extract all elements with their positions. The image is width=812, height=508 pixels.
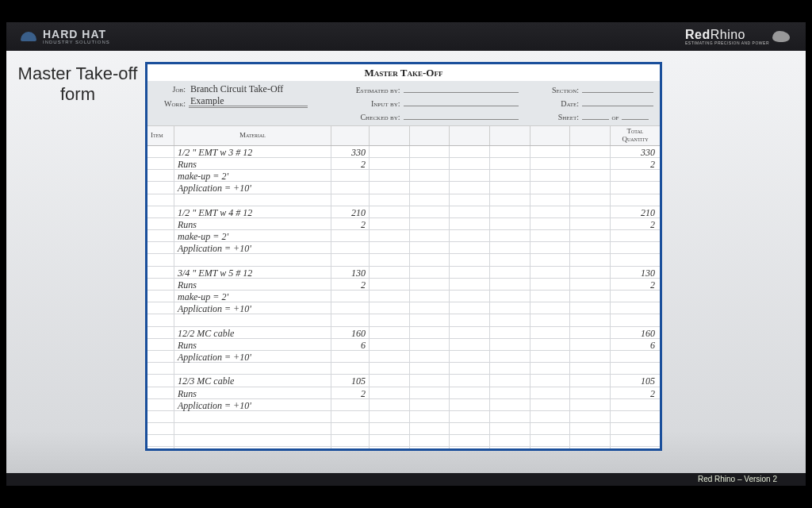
cell-material — [174, 411, 331, 422]
hardhat-logo: HARD HAT INDUSTRY SOLUTIONS — [19, 29, 110, 44]
cell-material: Application = +10' — [174, 182, 331, 193]
cell-mid — [370, 447, 611, 451]
cell-mid — [370, 267, 611, 278]
cell-mid — [370, 435, 611, 446]
table-row: Application = +10' — [147, 351, 660, 363]
cell-total — [611, 363, 660, 374]
col-material-header: Material — [174, 126, 331, 145]
table-row: 1/2 " EMT w 3 # 12330330 — [147, 146, 660, 158]
cell-mid — [370, 230, 611, 241]
section-value — [582, 83, 653, 93]
cell-material: 12/3 MC cable — [174, 375, 331, 386]
app-frame: HARD HAT INDUSTRY SOLUTIONS RedRhino EST… — [6, 22, 806, 486]
input-value — [404, 97, 519, 106]
redrhino-logo: RedRhino ESTIMATING PRECISION AND POWER — [685, 28, 793, 45]
header-bar: HARD HAT INDUSTRY SOLUTIONS RedRhino EST… — [6, 22, 806, 51]
cell-total — [611, 411, 660, 422]
cell-total — [611, 194, 660, 206]
table-row: 1/2 " EMT w 4 # 12210210 — [147, 206, 660, 218]
cell-total — [611, 423, 660, 434]
table-rows: 1/2 " EMT w 3 # 12330330Runs22make-up = … — [147, 146, 660, 451]
table-row — [147, 411, 660, 423]
cell-mid — [370, 423, 611, 434]
cell-total — [611, 291, 660, 302]
table-row: make-up = 2' — [147, 170, 660, 182]
cell-mid — [370, 351, 611, 362]
slide-body: Master Take-off form Master Take-Off Job… — [6, 51, 806, 473]
cell-item — [147, 230, 174, 241]
cell-qty: 2 — [331, 387, 370, 398]
cell-material: Runs — [174, 339, 331, 350]
cell-qty: 6 — [331, 339, 370, 350]
cell-material: make-up = 2' — [174, 170, 331, 181]
cell-item — [147, 182, 174, 193]
cell-qty — [331, 351, 370, 362]
cell-qty — [331, 363, 370, 374]
footer-bar: Red Rhino – Version 2 — [6, 473, 806, 486]
cell-qty: 210 — [331, 206, 370, 217]
cell-qty — [331, 230, 370, 241]
cell-item — [147, 351, 174, 362]
checked-label: Checked by: — [329, 113, 400, 121]
estimated-value — [404, 83, 519, 93]
cell-mid — [370, 291, 611, 302]
cell-qty — [331, 242, 370, 253]
cell-material: 12/2 MC cable — [174, 327, 331, 338]
cell-total — [611, 351, 660, 362]
rhino-icon — [772, 29, 793, 44]
table-row — [147, 314, 660, 326]
hardhat-icon — [19, 29, 38, 44]
col-total-header: Total Quantity — [611, 126, 660, 145]
table-row — [147, 447, 660, 451]
cell-qty — [331, 447, 370, 451]
sheet-value — [582, 110, 609, 120]
cell-material: Application = +10' — [174, 399, 331, 410]
cell-total — [611, 170, 660, 181]
meta-col-mid: Estimated by: Input by: Checked by: — [329, 83, 519, 121]
form-meta: Job: Branch Circuit Take-Off Example Wor… — [147, 81, 660, 125]
cell-item — [147, 206, 174, 217]
cell-mid — [370, 327, 611, 338]
takeoff-form: Master Take-Off Job: Branch Circuit Take… — [145, 62, 662, 451]
table-row: 12/2 MC cable160160 — [147, 327, 660, 339]
sheet-label: Sheet: — [539, 113, 579, 121]
table-row — [147, 194, 660, 206]
meta-col-right: Section: Date: Sheet: of — [539, 83, 653, 121]
hardhat-text-block: HARD HAT INDUSTRY SOLUTIONS — [43, 29, 110, 44]
cell-qty — [331, 411, 370, 422]
cell-mid — [370, 387, 611, 398]
table-row: make-up = 2' — [147, 291, 660, 302]
table-row — [147, 254, 660, 266]
cell-qty — [331, 399, 370, 410]
cell-qty: 105 — [331, 375, 370, 386]
cell-qty — [331, 194, 370, 206]
cell-qty: 330 — [331, 146, 370, 157]
job-label: Job: — [154, 85, 186, 94]
cell-item — [147, 327, 174, 338]
meta-col-left: Job: Branch Circuit Take-Off Example Wor… — [154, 83, 308, 121]
cell-total: 210 — [611, 206, 660, 217]
cell-item — [147, 279, 174, 290]
table-row: make-up = 2' — [147, 230, 660, 242]
cell-mid — [370, 399, 611, 410]
cell-total — [611, 302, 660, 314]
cell-material: Application = +10' — [174, 302, 331, 314]
cell-item — [147, 314, 174, 325]
hardhat-tagline: INDUSTRY SOLUTIONS — [43, 40, 110, 44]
date-value — [582, 97, 653, 106]
table-row: 3/4 " EMT w 5 # 12130130 — [147, 267, 660, 279]
cell-material — [174, 194, 331, 206]
sheet-of-value — [622, 110, 649, 120]
cell-mid — [370, 170, 611, 181]
cell-total — [611, 314, 660, 325]
checked-value — [404, 110, 519, 120]
cell-mid — [370, 279, 611, 290]
cell-item — [147, 254, 174, 265]
cell-total: 130 — [611, 267, 660, 278]
cell-qty — [331, 302, 370, 314]
cell-total — [611, 182, 660, 193]
table-row: Runs22 — [147, 387, 660, 399]
cell-item — [147, 158, 174, 169]
cell-material: Runs — [174, 158, 331, 169]
cell-qty — [331, 291, 370, 302]
